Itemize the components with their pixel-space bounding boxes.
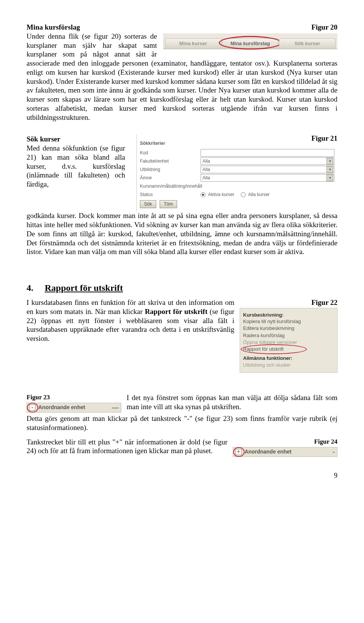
page-number: 9	[27, 471, 337, 480]
status-radios: Aktiva kurser Alla kurser	[201, 192, 334, 198]
tab-mina-kurser[interactable]: Mina kurser	[165, 38, 221, 49]
tab-mina-kursforslag[interactable]: Mina kursförslag	[222, 38, 279, 49]
section3-num: 4.	[27, 283, 33, 293]
menu-item-copy[interactable]: Kopiera till nytt kursförslag	[243, 318, 334, 325]
input-kod[interactable]	[201, 149, 334, 157]
label-utbildning: Utbildning	[140, 167, 201, 173]
menu-heading-1: Kursbeskrivning:	[243, 312, 334, 318]
figure-21-caption: Figur 21	[311, 135, 337, 143]
radio-aktiva[interactable]	[201, 192, 206, 197]
section2-title: Sök kurser	[27, 135, 60, 143]
menu-item-education[interactable]: Utbildning och studier	[243, 362, 334, 369]
label-kod: Kod	[140, 150, 201, 156]
search-form: Sökkriterier Kod Fakultet/enhet Alla Utb…	[136, 135, 337, 211]
menu-heading-2: Allmänna funktioner:	[243, 355, 334, 361]
course-menu: Kursbeskrivning: Kopiera till nytt kursf…	[240, 308, 337, 373]
figure-24-caption: Figur 24	[233, 438, 337, 446]
tab-row: Mina kurser Mina kursförslag Sök kurser	[163, 33, 337, 49]
figure-23-caption: Figur 23	[27, 393, 121, 401]
search-form-heading: Sökkriterier	[140, 141, 334, 146]
highlight-oval-icon	[27, 403, 38, 413]
section-mina-kursforslag: Figur 20 Mina kurser Mina kursförslag Sö…	[27, 23, 337, 122]
expand-bar[interactable]: + Anordnande enhet -	[233, 447, 337, 457]
figure-22: Figur 22 Kursbeskrivning: Kopiera till n…	[240, 298, 337, 373]
menu-item-report[interactable]: Rapport för utskrift	[243, 346, 334, 354]
section3-title: Rapport för utskrift	[45, 283, 123, 293]
section-rapport: 4. Rapport för utskrift Figur 22 Kursbes…	[27, 282, 337, 373]
label-fakultet: Fakultet/enhet	[140, 158, 201, 164]
radio-alla[interactable]	[241, 192, 246, 197]
radio-alla-label: Alla kurser	[248, 192, 270, 197]
label-amne: Ämne	[140, 175, 201, 181]
radio-aktiva-label: Aktiva kurser	[208, 192, 234, 197]
menu-item-delete[interactable]: Radera kursförslag	[243, 332, 334, 339]
expand-bar-label: Anordnande enhet	[245, 449, 292, 455]
menu-item-edit[interactable]: Editera kursbeskrivning	[243, 325, 334, 332]
section4-p1-rest: Detta görs genom att man klickar på det …	[27, 414, 337, 432]
dash-icon: -	[333, 448, 335, 457]
collapse-bar-label: Anordnande enhet	[38, 404, 85, 411]
figure-22-caption: Figur 22	[240, 298, 337, 307]
highlight-oval-icon	[241, 344, 307, 354]
figure-20: Figur 20 Mina kurser Mina kursförslag Sö…	[163, 23, 337, 49]
tab-sok-kurser[interactable]: Sök kurser	[279, 38, 336, 49]
section-sok-kurser: Sök kurser Med denna sökfunktion (se fig…	[27, 135, 337, 256]
section2-left-body: Med denna sökfunktion (se figur 21) kan …	[27, 144, 125, 188]
figure-21: Figur 21 Sökkriterier Kod Fakultet/enhet…	[136, 135, 337, 211]
section2-full-body: godkända kurser. Dock kommer man inte åt…	[27, 211, 337, 256]
figure-23: Figur 23 - Anordnande enhet —	[27, 393, 121, 413]
section-collapse-expand: Figur 23 - Anordnande enhet — I det nya …	[27, 393, 337, 458]
select-fakultet[interactable]: Alla	[201, 157, 334, 165]
figure-20-caption: Figur 20	[163, 23, 337, 32]
highlight-oval-icon	[233, 447, 245, 457]
clear-button[interactable]: Töm	[160, 200, 177, 208]
section4-p1-lead: I det nya fönstret som öppnas kan man vä…	[127, 394, 337, 411]
section4-p2: Tankstrecket blir till ett plus "+" när …	[27, 438, 228, 455]
figure-24: Figur 24 + Anordnande enhet -	[233, 438, 337, 457]
dash-icon: —	[112, 403, 119, 412]
label-kursnamn: Kursnamn/målsättning/innehåll	[140, 184, 202, 189]
section3-heading: 4. Rapport för utskrift	[27, 282, 337, 293]
section-title: Mina kursförslag	[27, 23, 80, 31]
select-utbildning[interactable]: Alla	[201, 166, 334, 173]
tab-label: Mina kursförslag	[231, 41, 270, 46]
label-status: Status	[140, 192, 201, 198]
search-button[interactable]: Sök	[140, 200, 156, 208]
s3-b: Rapport för utskrift	[145, 308, 207, 315]
select-amne[interactable]: Alla	[201, 174, 334, 182]
section1-body-rest: handläggare, tentator osv.). Kursplanern…	[27, 59, 337, 121]
section2-left-column: Sök kurser Med denna sökfunktion (se fig…	[27, 135, 125, 189]
collapse-bar[interactable]: - Anordnande enhet —	[27, 403, 121, 413]
